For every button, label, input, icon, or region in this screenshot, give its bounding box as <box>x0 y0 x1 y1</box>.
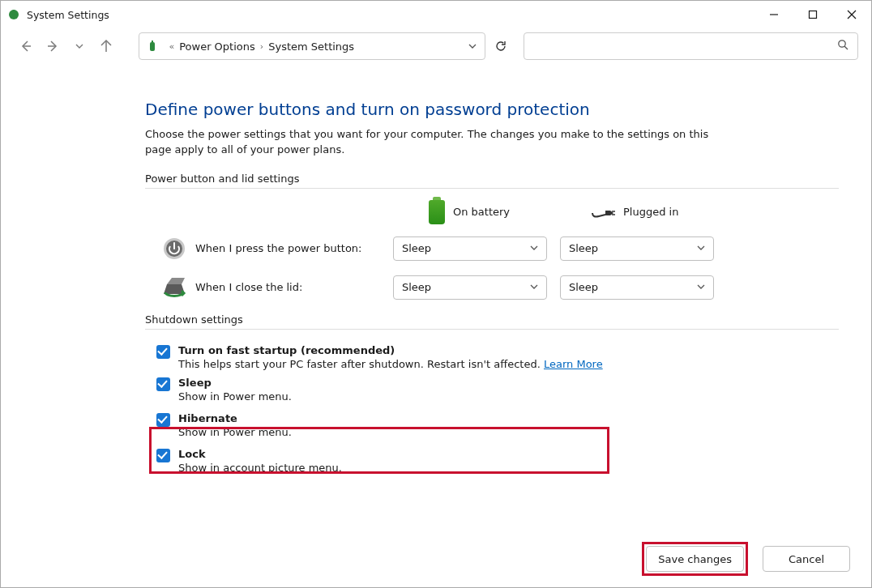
lock-item: Lock Show in account picture menu. <box>156 445 839 477</box>
chevron-down-icon <box>530 281 538 293</box>
section-power-button-label: Power button and lid settings <box>145 173 839 185</box>
learn-more-link[interactable]: Learn More <box>544 358 603 370</box>
content-area: Define power buttons and turn on passwor… <box>1 64 871 477</box>
plugged-in-header: Plugged in <box>591 206 753 218</box>
breadcrumb-item[interactable]: Power Options <box>179 40 255 53</box>
select-value: Sleep <box>569 281 598 293</box>
fast-startup-title: Turn on fast startup (recommended) <box>178 344 603 356</box>
fast-startup-checkbox[interactable] <box>156 345 170 359</box>
power-button-label: When I press the power button: <box>195 242 393 254</box>
svg-rect-10 <box>152 40 153 43</box>
power-options-icon <box>146 39 160 53</box>
power-button-row: When I press the power button: Sleep Sle… <box>160 236 839 262</box>
close-lid-plugged-select[interactable]: Sleep <box>560 275 714 300</box>
sleep-item: Sleep Show in Power menu. <box>156 373 839 406</box>
address-dropdown-button[interactable] <box>460 41 485 51</box>
svg-rect-1 <box>12 10 15 15</box>
chevron-down-icon <box>530 242 538 254</box>
on-battery-header: On battery <box>429 200 591 224</box>
close-button[interactable] <box>832 1 871 28</box>
close-lid-label: When I close the lid: <box>195 281 393 293</box>
window-title: System Settings <box>27 9 109 21</box>
app-icon <box>7 8 20 21</box>
hibernate-title: Hibernate <box>178 412 292 424</box>
power-button-icon <box>160 236 189 262</box>
column-headers: On battery Plugged in <box>145 200 839 224</box>
minimize-button[interactable] <box>754 1 793 28</box>
section-shutdown-label: Shutdown settings <box>145 313 839 326</box>
chevron-down-icon <box>697 281 705 293</box>
nav-forward-button[interactable] <box>41 34 64 58</box>
page-title: Define power buttons and turn on passwor… <box>145 100 839 119</box>
svg-point-11 <box>839 40 845 47</box>
select-value: Sleep <box>569 242 598 254</box>
svg-line-12 <box>844 46 848 49</box>
nav-back-button[interactable] <box>14 34 37 58</box>
hibernate-checkbox[interactable] <box>156 413 170 427</box>
refresh-button[interactable] <box>489 32 514 60</box>
fast-startup-desc: This helps start your PC faster after sh… <box>178 358 603 370</box>
svg-rect-9 <box>150 42 155 51</box>
hibernate-desc: Show in Power menu. <box>178 426 292 438</box>
plugged-in-label: Plugged in <box>623 206 678 218</box>
lock-title: Lock <box>178 448 342 460</box>
address-bar[interactable]: « Power Options › System Settings <box>139 32 485 60</box>
highlight-save: Save changes <box>642 542 748 576</box>
nav-row: « Power Options › System Settings <box>1 28 871 64</box>
sleep-desc: Show in Power menu. <box>178 390 292 403</box>
breadcrumb-item[interactable]: System Settings <box>268 40 354 53</box>
search-box[interactable] <box>524 32 858 60</box>
sleep-checkbox[interactable] <box>156 377 170 391</box>
fast-startup-item: Turn on fast startup (recommended) This … <box>156 341 839 373</box>
plug-icon <box>591 207 615 218</box>
search-icon <box>837 39 849 53</box>
lid-icon <box>160 275 189 300</box>
footer-buttons: Save changes Cancel <box>642 542 850 576</box>
close-lid-battery-select[interactable]: Sleep <box>393 275 547 300</box>
select-value: Sleep <box>402 242 431 254</box>
chevron-down-icon <box>697 242 705 254</box>
nav-up-button[interactable] <box>94 34 118 58</box>
section-divider <box>145 188 839 189</box>
chevron-right-icon: › <box>260 41 263 52</box>
cancel-button[interactable]: Cancel <box>763 546 850 572</box>
on-battery-label: On battery <box>453 206 510 218</box>
title-bar: System Settings <box>1 1 871 28</box>
close-lid-row: When I close the lid: Sleep Sleep <box>160 275 839 300</box>
select-value: Sleep <box>402 281 431 293</box>
lock-checkbox[interactable] <box>156 449 170 462</box>
power-button-plugged-select[interactable]: Sleep <box>560 236 714 261</box>
chevron-left-icon: « <box>169 41 174 52</box>
page-intro: Choose the power settings that you want … <box>145 127 729 158</box>
svg-rect-3 <box>810 11 817 19</box>
hibernate-item: Hibernate Show in Power menu. <box>156 406 839 445</box>
section-divider <box>145 329 839 330</box>
lock-desc: Show in account picture menu. <box>178 462 342 474</box>
maximize-button[interactable] <box>793 1 832 28</box>
save-button[interactable]: Save changes <box>646 546 744 572</box>
battery-icon <box>429 200 445 224</box>
nav-recent-button[interactable] <box>67 34 91 58</box>
sleep-title: Sleep <box>178 377 292 389</box>
window-controls <box>754 1 871 28</box>
power-button-battery-select[interactable]: Sleep <box>393 236 547 261</box>
